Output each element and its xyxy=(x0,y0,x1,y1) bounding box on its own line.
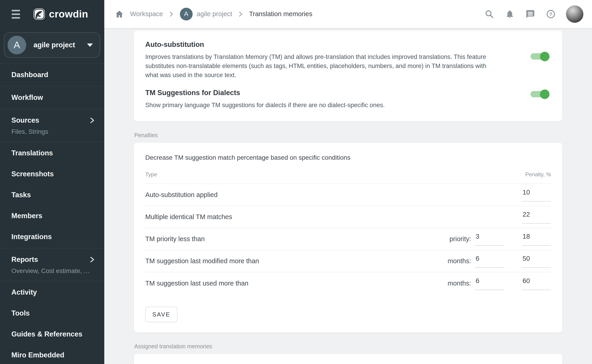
tm-dialects-setting: TM Suggestions for Dialects Show primary… xyxy=(145,89,549,110)
penalty-input[interactable] xyxy=(522,188,551,202)
chevron-right-icon xyxy=(90,256,95,263)
breadcrumb-project-label: agile project xyxy=(197,10,232,18)
table-row: Multiple identical TM matches xyxy=(145,206,551,228)
assigned-tm-card: FILTER xyxy=(134,354,562,364)
auto-substitution-setting: Auto-substitution Improves translations … xyxy=(145,40,549,80)
help-icon: ? xyxy=(546,9,556,19)
auto-substitution-title: Auto-substitution xyxy=(145,40,499,49)
project-selector[interactable]: A agile project xyxy=(4,32,100,58)
column-header-type: Type xyxy=(145,171,522,178)
chat-icon xyxy=(525,9,535,19)
sidebar-item-dashboard[interactable]: Dashboard xyxy=(0,64,104,85)
sidebar: crowdin A agile project Dashboard Workfl… xyxy=(0,0,104,364)
sidebar-item-screenshots[interactable]: Screenshots xyxy=(0,163,104,184)
logo-text: crowdin xyxy=(49,8,88,20)
priority-label: priority: xyxy=(449,235,471,243)
sidebar-subtitle-sources: Files, Strings xyxy=(0,128,104,141)
sidebar-subtitle-reports: Overview, Cost estimate, Transl… xyxy=(0,267,104,280)
sidebar-nav: Dashboard Workflow Sources Files, String… xyxy=(0,64,104,364)
sidebar-item-reports[interactable]: Reports xyxy=(0,249,104,270)
months-label: months: xyxy=(448,280,471,287)
chevron-right-icon xyxy=(169,11,174,18)
auto-substitution-toggle[interactable] xyxy=(531,53,549,60)
sidebar-item-integrations[interactable]: Integrations xyxy=(0,226,104,247)
tm-settings-card: Auto-substitution Improves translations … xyxy=(134,31,562,122)
sidebar-header: crowdin xyxy=(0,0,104,28)
chevron-down-icon xyxy=(87,43,93,47)
home-icon[interactable] xyxy=(115,10,124,19)
crowdin-logo[interactable]: crowdin xyxy=(33,8,88,20)
months-input[interactable] xyxy=(475,254,505,268)
save-button[interactable]: SAVE xyxy=(145,307,177,322)
sidebar-item-activity[interactable]: Activity xyxy=(0,282,104,303)
topbar-actions: ? xyxy=(483,6,583,23)
project-avatar: A xyxy=(180,8,193,20)
breadcrumb: Workspace A agile project Translation me… xyxy=(115,8,313,20)
breadcrumb-project[interactable]: A agile project xyxy=(180,8,232,20)
sidebar-item-tools[interactable]: Tools xyxy=(0,303,104,324)
chevron-right-icon xyxy=(90,117,95,124)
column-header-penalty: Penalty, % xyxy=(522,171,551,178)
bell-icon xyxy=(505,9,515,19)
sidebar-item-miro-embedded[interactable]: Miro Embedded xyxy=(0,345,104,364)
tm-dialects-description: Show primary language TM suggestions for… xyxy=(145,101,499,110)
search-icon xyxy=(485,9,494,19)
penalty-input[interactable] xyxy=(522,277,551,290)
sidebar-item-workflow[interactable]: Workflow xyxy=(0,87,104,108)
table-row: TM suggestion last used more than months… xyxy=(145,272,551,294)
assigned-section-label: Assigned translation memories xyxy=(134,343,562,350)
breadcrumb-workspace[interactable]: Workspace xyxy=(130,10,163,18)
page-content: Auto-substitution Improves translations … xyxy=(104,28,592,364)
svg-text:?: ? xyxy=(549,11,552,17)
messages-button[interactable] xyxy=(524,7,537,21)
help-button[interactable]: ? xyxy=(544,7,557,21)
main-area: Workspace A agile project Translation me… xyxy=(104,0,592,364)
project-name: agile project xyxy=(33,41,87,49)
sidebar-item-tasks[interactable]: Tasks xyxy=(0,184,104,205)
tm-dialects-title: TM Suggestions for Dialects xyxy=(145,89,499,97)
penalties-table-header: Type Penalty, % xyxy=(145,171,551,184)
app-window: crowdin A agile project Dashboard Workfl… xyxy=(0,0,592,364)
penalties-card: Decrease TM suggestion match percentage … xyxy=(134,143,562,333)
project-avatar: A xyxy=(7,36,26,54)
months-input[interactable] xyxy=(475,277,505,290)
penalty-input[interactable] xyxy=(522,254,551,268)
table-row: TM priority less than priority: xyxy=(145,228,551,250)
topbar: Workspace A agile project Translation me… xyxy=(104,0,592,28)
penalty-input[interactable] xyxy=(522,210,551,224)
penalties-section-label: Penalties xyxy=(134,132,562,139)
auto-substitution-description: Improves translations by Translation Mem… xyxy=(145,52,499,80)
priority-input[interactable] xyxy=(475,233,505,246)
table-row: Auto-substitution applied xyxy=(145,184,551,206)
penalties-card-title: Decrease TM suggestion match percentage … xyxy=(145,154,551,161)
table-row: TM suggestion last modified more than mo… xyxy=(145,250,551,272)
crowdin-logo-icon xyxy=(33,8,46,20)
chevron-right-icon xyxy=(238,11,243,18)
sidebar-item-translations[interactable]: Translations xyxy=(0,143,104,163)
tm-dialects-toggle[interactable] xyxy=(531,91,549,97)
menu-icon[interactable] xyxy=(11,8,21,20)
page-title: Translation memories xyxy=(249,10,313,18)
sidebar-item-sources[interactable]: Sources xyxy=(0,110,104,131)
notifications-button[interactable] xyxy=(503,7,516,21)
user-avatar[interactable] xyxy=(566,6,583,23)
search-button[interactable] xyxy=(483,7,496,21)
months-label: months: xyxy=(448,257,471,265)
penalty-input[interactable] xyxy=(522,233,551,246)
sidebar-item-members[interactable]: Members xyxy=(0,205,104,226)
sidebar-item-guides-references[interactable]: Guides & References xyxy=(0,324,104,345)
